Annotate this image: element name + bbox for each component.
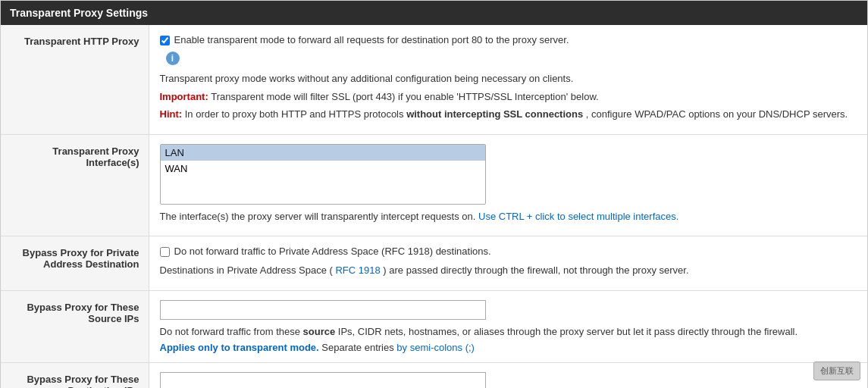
content-bypass-private: Do not forward traffic to Private Addres… <box>149 236 867 291</box>
checkbox-label-transparent: Enable transparent mode to forward all r… <box>174 34 569 45</box>
label-bypass-dest: Bypass Proxy for These Destination IPs <box>1 363 149 389</box>
hint-label: Hint: <box>160 108 183 120</box>
bypass-source-desc: Do not forward traffic from these source… <box>160 324 857 340</box>
transparent-proxy-panel: Transparent Proxy Settings Transparent H… <box>0 0 868 388</box>
row-bypass-dest: Bypass Proxy for These Destination IPs D… <box>1 363 867 389</box>
row-interfaces: Transparent Proxy Interface(s) LAN WAN T… <box>1 134 867 236</box>
row-transparent-http-proxy: Transparent HTTP Proxy Enable transparen… <box>1 25 867 134</box>
bypass-private-checkbox-label: Do not forward traffic to Private Addres… <box>174 246 491 257</box>
row-bypass-private: Bypass Proxy for Private Address Destina… <box>1 236 867 291</box>
label-bypass-source: Bypass Proxy for These Source IPs <box>1 290 149 363</box>
bypass-source-hint: Applies only to transparent mode. Separa… <box>160 342 857 353</box>
desc-transparent-important: Important: Transparent mode will filter … <box>160 89 857 105</box>
content-interfaces: LAN WAN The interface(s) the proxy serve… <box>149 134 867 236</box>
bypass-private-desc: Destinations in Private Address Space ( … <box>160 263 857 278</box>
desc-transparent-1: Transparent proxy mode works without any… <box>160 71 857 86</box>
interfaces-link[interactable]: Use CTRL + click to select multiple inte… <box>478 211 678 222</box>
watermark: 创新互联 <box>813 361 860 380</box>
bypass-private-checkbox[interactable] <box>160 247 170 257</box>
row-bypass-source: Bypass Proxy for These Source IPs Do not… <box>1 290 867 363</box>
bypass-dest-input[interactable] <box>160 372 486 388</box>
option-wan[interactable]: WAN <box>161 161 485 177</box>
hint-bold-text: without intercepting SSL connections <box>406 108 583 120</box>
interfaces-desc: The interface(s) the proxy server will t… <box>160 209 857 224</box>
applies-only-link[interactable]: Applies only to transparent mode. <box>160 342 319 353</box>
hint-suffix: , configure WPAD/PAC options on your DNS… <box>586 108 848 120</box>
desc-transparent-hint: Hint: In order to proxy both HTTP and HT… <box>160 107 857 122</box>
important-text: Transparent mode will filter SSL (port 4… <box>211 91 599 102</box>
semi-colon-link[interactable]: by semi-colons (;) <box>396 342 475 353</box>
bypass-source-input[interactable] <box>160 300 486 320</box>
settings-table: Transparent HTTP Proxy Enable transparen… <box>1 25 867 388</box>
label-interfaces: Transparent Proxy Interface(s) <box>1 134 149 236</box>
panel-title: Transparent Proxy Settings <box>10 7 148 19</box>
important-label: Important: <box>160 91 208 102</box>
panel-header: Transparent Proxy Settings <box>1 1 867 25</box>
enable-transparent-checkbox[interactable] <box>160 36 170 45</box>
content-bypass-source: Do not forward traffic from these source… <box>149 290 867 363</box>
content-bypass-dest: Do not proxy traffic going to these dest… <box>149 363 867 389</box>
source-bold: source <box>303 326 336 337</box>
interface-select[interactable]: LAN WAN <box>160 144 486 205</box>
hint-text: In order to proxy both HTTP and HTTPS pr… <box>185 108 406 120</box>
label-bypass-private: Bypass Proxy for Private Address Destina… <box>1 236 149 291</box>
option-lan[interactable]: LAN <box>161 145 485 161</box>
rfc1918-link[interactable]: RFC 1918 <box>335 264 380 276</box>
label-transparent-http-proxy: Transparent HTTP Proxy <box>1 25 149 134</box>
content-transparent-http-proxy: Enable transparent mode to forward all r… <box>149 25 867 134</box>
info-icon: i <box>166 52 180 65</box>
